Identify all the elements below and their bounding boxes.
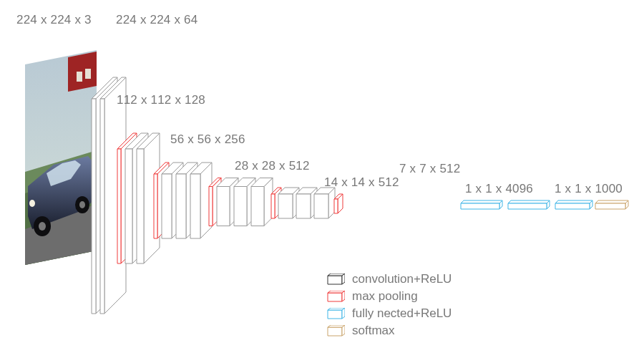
dim-block6: 7 x 7 x 512	[399, 162, 460, 176]
svg-marker-91	[342, 325, 345, 336]
legend-label-fc: fully nected+ReLU	[352, 306, 452, 321]
svg-marker-73	[508, 203, 547, 209]
svg-marker-46	[217, 187, 230, 226]
legend-label-pool: max pooling	[352, 289, 418, 304]
svg-marker-69	[461, 200, 502, 203]
dim-block2: 112 x 112 x 128	[117, 93, 205, 107]
svg-marker-75	[555, 200, 592, 203]
svg-marker-49	[234, 187, 247, 226]
svg-marker-58	[278, 194, 293, 218]
legend: convolution+ReLU max pooling fully necte…	[325, 271, 452, 339]
svg-marker-80	[328, 276, 342, 284]
svg-marker-67	[334, 199, 338, 213]
svg-marker-72	[508, 200, 550, 203]
svg-marker-55	[271, 194, 275, 218]
svg-marker-22	[117, 149, 121, 263]
svg-marker-88	[342, 308, 345, 319]
legend-label-softmax: softmax	[352, 324, 395, 338]
dim-block1: 224 x 224 x 64	[116, 13, 197, 27]
architecture-diagram	[0, 0, 644, 363]
svg-marker-40	[190, 174, 200, 238]
svg-marker-61	[296, 194, 311, 218]
svg-marker-31	[154, 174, 157, 238]
dim-input: 224 x 224 x 3	[16, 13, 92, 27]
svg-marker-76	[555, 203, 590, 209]
svg-marker-43	[209, 187, 213, 226]
dim-out: 1 x 1 x 1000	[555, 182, 623, 196]
svg-marker-52	[251, 187, 264, 226]
dim-block5: 14 x 14 x 512	[324, 175, 399, 190]
svg-marker-16	[92, 99, 96, 314]
svg-marker-78	[595, 200, 628, 203]
legend-swatch-pool	[325, 291, 345, 302]
dim-block4: 28 x 28 x 512	[235, 159, 310, 173]
svg-marker-83	[328, 293, 342, 301]
legend-swatch-conv	[325, 274, 345, 285]
svg-marker-89	[328, 327, 342, 336]
dim-fc: 1 x 1 x 4096	[465, 182, 533, 196]
svg-marker-28	[137, 149, 144, 263]
svg-marker-34	[162, 174, 172, 238]
svg-marker-70	[461, 203, 499, 209]
svg-marker-19	[100, 99, 104, 314]
svg-marker-64	[314, 194, 328, 218]
svg-marker-85	[342, 291, 345, 301]
dim-block3: 56 x 56 x 256	[170, 132, 245, 147]
legend-label-conv: convolution+ReLU	[352, 272, 452, 286]
svg-marker-25	[125, 149, 132, 263]
legend-swatch-softmax	[325, 325, 345, 337]
svg-marker-37	[176, 174, 186, 238]
svg-marker-82	[342, 274, 345, 284]
svg-marker-86	[328, 310, 342, 319]
svg-marker-79	[595, 203, 625, 209]
legend-swatch-fc	[325, 308, 345, 319]
